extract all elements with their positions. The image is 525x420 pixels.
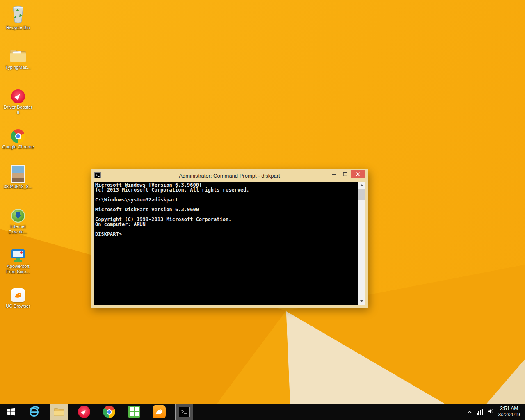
photo-icon	[11, 162, 25, 183]
desktop-icon-uc-browser[interactable]: UC Browser	[2, 281, 34, 321]
console-output[interactable]: Microsoft Windows [Version 6.3.9600] (c)…	[94, 182, 365, 305]
desktop-icon-label: TypingMas...	[5, 65, 31, 70]
taskbar-internet-explorer[interactable]	[25, 404, 43, 420]
taskbar-uc-browser[interactable]	[150, 404, 168, 420]
clock[interactable]: 3:51 AM 3/22/2019	[498, 406, 520, 418]
console-prompt-line: DISKPART>_	[95, 232, 358, 237]
chrome-icon	[11, 122, 25, 143]
desktop[interactable]: Recycle Bin TypingMas... Driver Booster …	[0, 0, 525, 420]
desktop-icon-driver-booster[interactable]: Driver Booster 6	[2, 82, 34, 122]
taskbar: 3:51 AM 3/22/2019	[0, 404, 525, 420]
show-hidden-icons-chevron-icon[interactable]	[467, 408, 472, 415]
file-explorer-icon	[53, 407, 65, 417]
taskbar-command-prompt[interactable]	[175, 404, 193, 420]
desktop-icon-label: Driver Booster 6	[2, 105, 34, 115]
console-cursor: _	[122, 232, 125, 237]
console-line: Microsoft DiskPart version 6.3.9600	[95, 207, 358, 212]
console-line: (c) 2013 Microsoft Corporation. All righ…	[95, 187, 358, 192]
uc-browser-icon	[153, 405, 166, 418]
cmd-window-icon	[94, 172, 101, 178]
chrome-icon	[103, 406, 115, 418]
console-line: On computer: ARUN	[95, 222, 358, 227]
desktop-icon-label: Recycle Bin	[6, 25, 30, 30]
window-title: Administrator: Command Prompt - diskpart	[179, 173, 280, 179]
windows-logo-icon	[6, 407, 15, 416]
desktop-icon-label: Internet Downlo...	[2, 224, 34, 235]
taskbar-google-chrome[interactable]	[100, 404, 118, 420]
console-prompt: DISKPART>	[95, 231, 122, 237]
scroll-down-button[interactable]	[358, 298, 365, 305]
desktop-icon-label: Google Chrome	[2, 144, 34, 150]
desktop-icon-internet-download-manager[interactable]: Internet Downlo...	[2, 201, 34, 241]
driver-booster-icon	[11, 82, 25, 103]
desktop-icon-apowersoft-recorder[interactable]: Apowersoft Free Scre...	[2, 241, 34, 281]
console-line: C:\Windows\system32>diskpart	[95, 197, 358, 202]
uc-browser-icon	[11, 281, 25, 302]
clock-time: 3:51 AM	[498, 406, 520, 412]
command-prompt-icon	[179, 407, 190, 417]
scroll-up-button[interactable]	[358, 182, 365, 189]
green-app-icon	[128, 406, 140, 418]
folder-icon	[9, 42, 27, 64]
scrollbar-thumb[interactable]	[358, 189, 365, 200]
desktop-icon-label: UC Browser	[6, 304, 30, 309]
command-prompt-window: Administrator: Command Prompt - diskpart…	[91, 169, 368, 308]
driver-booster-icon	[78, 406, 90, 418]
desktop-icon-label: 33049618_8...	[4, 184, 32, 189]
volume-icon[interactable]	[487, 408, 494, 416]
caption-buttons	[329, 170, 365, 178]
idm-icon	[11, 201, 25, 223]
titlebar[interactable]: Administrator: Command Prompt - diskpart	[91, 169, 368, 182]
desktop-icon-label: Apowersoft Free Scre...	[2, 264, 34, 274]
start-button[interactable]	[0, 404, 21, 420]
desktop-icon-recycle-bin[interactable]: Recycle Bin	[2, 2, 34, 42]
recycle-bin-icon	[9, 2, 27, 24]
taskbar-green-app[interactable]	[125, 404, 143, 420]
internet-explorer-icon	[28, 406, 40, 418]
taskbar-file-explorer[interactable]	[50, 404, 68, 420]
taskbar-items	[25, 404, 193, 420]
desktop-icon-google-chrome[interactable]: Google Chrome	[2, 122, 34, 162]
close-button[interactable]	[351, 170, 365, 178]
console-text: Microsoft Windows [Version 6.3.9600] (c)…	[94, 182, 358, 305]
desktop-icon-typingmaster-folder[interactable]: TypingMas...	[2, 42, 34, 82]
apowersoft-icon	[11, 241, 25, 262]
clock-date: 3/22/2019	[498, 412, 520, 418]
scrollbar[interactable]	[358, 182, 365, 305]
minimize-button[interactable]	[329, 170, 340, 178]
desktop-icon-photo-file[interactable]: 33049618_8...	[2, 162, 34, 201]
taskbar-driver-booster[interactable]	[75, 404, 93, 420]
network-signal-icon[interactable]	[477, 409, 483, 415]
console-line	[95, 227, 358, 232]
system-tray: 3:51 AM 3/22/2019	[467, 404, 525, 420]
maximize-button[interactable]	[340, 170, 351, 178]
desktop-icon-grid: Recycle Bin TypingMas... Driver Booster …	[2, 2, 34, 321]
